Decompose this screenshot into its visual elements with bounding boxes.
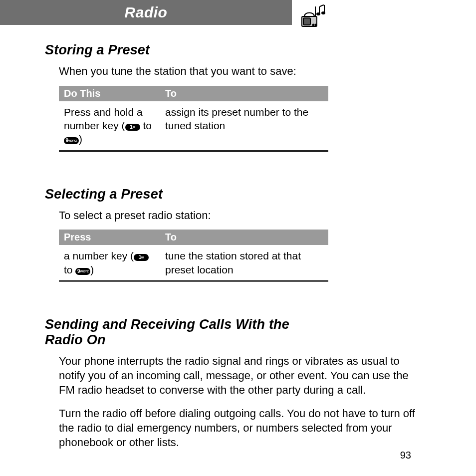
key-9-icon: 9WXYZ bbox=[75, 268, 90, 275]
page-number: 93 bbox=[400, 450, 411, 461]
page: Radio Storing a Preset When you tune bbox=[0, 0, 476, 476]
section-body-calls: Your phone interrupts the radio signal a… bbox=[59, 354, 416, 450]
calls-para-1: Your phone interrupts the radio signal a… bbox=[59, 354, 416, 397]
section-heading-storing: Storing a Preset bbox=[45, 42, 416, 58]
section-heading-calls: Sending and Receiving Calls With the Rad… bbox=[45, 317, 324, 348]
section-heading-selecting: Selecting a Preset bbox=[45, 187, 416, 202]
key-9-icon: 9WXYZ bbox=[64, 137, 79, 144]
storing-cell-action: Press and hold a number key (1✉ to 9WXYZ… bbox=[59, 101, 160, 151]
storing-th-2: To bbox=[160, 86, 328, 101]
section-body-storing: When you tune the station that you want … bbox=[59, 64, 416, 152]
page-content: Storing a Preset When you tune the stati… bbox=[0, 25, 476, 450]
chapter-header-bar: Radio bbox=[0, 0, 292, 25]
svg-rect-1 bbox=[303, 18, 310, 25]
table-row: a number key (1✉ to 9WXYZ) tune the stat… bbox=[59, 245, 328, 281]
storing-cell-result: assign its preset number to the tuned st… bbox=[160, 101, 328, 151]
storing-lead: When you tune the station that you want … bbox=[59, 64, 416, 79]
key-1-icon: 1✉ bbox=[134, 254, 149, 261]
svg-point-5 bbox=[321, 11, 325, 14]
svg-point-3 bbox=[315, 24, 317, 26]
storing-th-1: Do This bbox=[59, 86, 160, 101]
section-body-selecting: To select a preset radio station: Press … bbox=[59, 208, 416, 282]
svg-point-2 bbox=[313, 24, 314, 26]
selecting-cell-action: a number key (1✉ to 9WXYZ) bbox=[59, 245, 160, 281]
storing-table: Do This To Press and hold a number key (… bbox=[59, 86, 328, 152]
selecting-cell-result: tune the station stored at that preset l… bbox=[160, 245, 328, 281]
selecting-table: Press To a number key (1✉ to 9WXYZ) tune… bbox=[59, 230, 328, 282]
chapter-title: Radio bbox=[0, 0, 292, 25]
key-1-icon: 1✉ bbox=[125, 124, 140, 131]
selecting-th-2: To bbox=[160, 230, 328, 245]
selecting-th-1: Press bbox=[59, 230, 160, 245]
table-row: Press and hold a number key (1✉ to 9WXYZ… bbox=[59, 101, 328, 151]
calls-para-2: Turn the radio off before dialing outgoi… bbox=[59, 406, 416, 450]
svg-point-4 bbox=[316, 12, 320, 15]
selecting-lead: To select a preset radio station: bbox=[59, 208, 416, 223]
radio-music-icon bbox=[299, 4, 329, 31]
